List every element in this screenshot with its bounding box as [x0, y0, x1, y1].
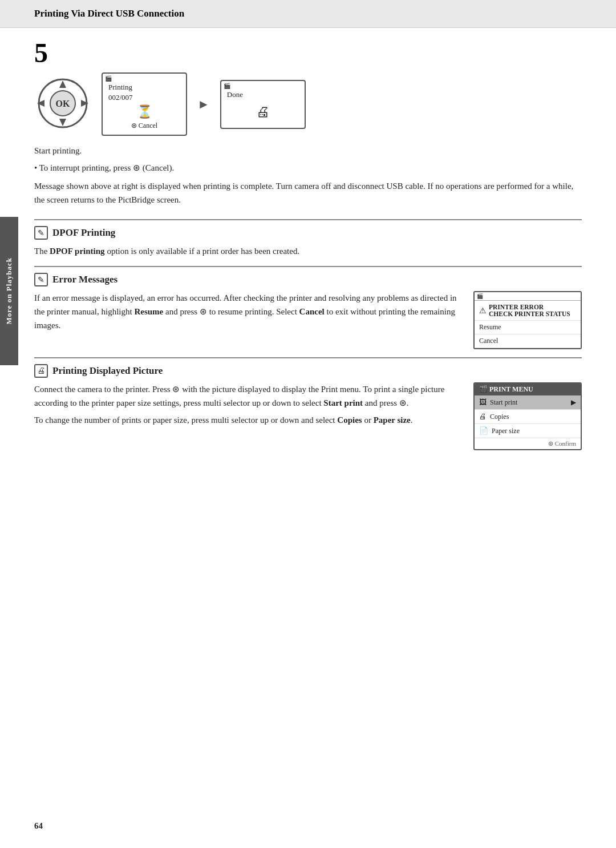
error-bold-resume: Resume [134, 307, 163, 316]
lcd1-printing-label: Printing [108, 83, 180, 92]
error-resume-item: Resume [475, 321, 581, 334]
error-divider [34, 266, 582, 267]
lcd2-content: Done 🖨 [227, 90, 299, 120]
svg-marker-3 [59, 80, 66, 88]
print-menu-screen: 🎬 PRINT MENU 🖼 Start print ▶ 🖨 Copies 📄 … [473, 382, 582, 450]
lcd2-done-label: Done [227, 90, 299, 99]
printing-title: Printing Displayed Picture [52, 365, 163, 377]
step-number: 5 [34, 39, 582, 67]
start-print-arrow: ▶ [571, 398, 576, 407]
top-section-title: Printing Via Direct USB Connection [34, 8, 184, 19]
dpof-section-header: ✎ DPOF Printing [34, 226, 582, 240]
print-menu-item-copies: 🖨 Copies [475, 410, 581, 424]
dpof-title: DPOF Printing [52, 227, 115, 239]
print-menu-item-start: 🖼 Start print ▶ [475, 395, 581, 410]
print-menu-confirm: ⊛ Confirm [475, 438, 581, 449]
top-section: Printing Via Direct USB Connection [0, 0, 616, 28]
step-instruction3: Message shown above at right is displaye… [34, 179, 582, 207]
print-menu-item-paper: 📄 Paper size [475, 424, 581, 438]
lcd1-cancel: ⊛ Cancel [108, 122, 180, 130]
printing-bold-copies: Copies [337, 415, 362, 425]
error-screen-corner: 🎬 [475, 292, 581, 301]
printing-text-col: Connect the camera to the printer. Press… [34, 382, 462, 430]
main-content: 5 OK 🎬 Printin [0, 28, 616, 462]
error-section-header: ✎ Error Messages [34, 273, 582, 286]
error-text-col: If an error message is displayed, an err… [34, 291, 462, 336]
step-instruction2: • To interrupt printing, press ⊛ (Cancel… [34, 161, 582, 175]
hourglass-icon: ⏳ [108, 104, 180, 119]
lcd1-content: Printing 002/007 ⏳ ⊛ Cancel [108, 83, 180, 130]
paper-icon: 📄 [479, 426, 488, 435]
copies-icon: 🖨 [479, 412, 487, 421]
print-menu-title: 🎬 PRINT MENU [475, 383, 581, 395]
print-menu-screen-col: 🎬 PRINT MENU 🖼 Start print ▶ 🖨 Copies 📄 … [473, 382, 582, 450]
error-title-text: PRINTER ERROR [489, 304, 570, 310]
dpof-icon: ✎ [34, 226, 48, 240]
error-bold-cancel: Cancel [299, 307, 325, 316]
error-body: If an error message is displayed, an err… [34, 291, 462, 332]
printing-divider [34, 357, 582, 358]
printing-body2: To change the number of prints or paper … [34, 413, 462, 427]
printing-bold-paper: Paper size [374, 415, 411, 425]
camera-ok-button: OK [34, 78, 91, 131]
lcd-screen-done: 🎬 Done 🖨 [220, 80, 306, 129]
error-icon: ✎ [34, 273, 48, 286]
lcd2-corner: 🎬 [224, 83, 230, 89]
printing-section-header: 🖨 Printing Displayed Picture [34, 364, 582, 378]
dpof-body: The DPOF printing option is only availab… [34, 244, 582, 258]
error-sub-text: CHECK PRINTER STATUS [489, 310, 570, 317]
error-section-content: If an error message is displayed, an err… [34, 291, 582, 349]
lcd1-corner: 🎬 [105, 75, 112, 82]
page-number: 64 [34, 821, 43, 831]
error-screen-col: 🎬 ⚠ PRINTER ERROR CHECK PRINTER STATUS R… [473, 291, 582, 349]
error-screen-error-text: PRINTER ERROR CHECK PRINTER STATUS [489, 304, 570, 317]
error-title: Error Messages [52, 274, 117, 285]
warning-icon: ⚠ [479, 306, 487, 316]
error-screen-error-row: ⚠ PRINTER ERROR CHECK PRINTER STATUS [475, 301, 581, 321]
lcd1-printing-count: 002/007 [108, 93, 180, 102]
printer-error-screen: 🎬 ⚠ PRINTER ERROR CHECK PRINTER STATUS R… [473, 291, 582, 349]
step-arrow: ► [197, 97, 210, 112]
svg-marker-4 [59, 119, 66, 126]
printing-bold-start: Start print [323, 398, 363, 407]
dpof-divider [34, 219, 582, 220]
step-instruction1: Start printing. [34, 144, 582, 158]
step-row: OK 🎬 Printing 002/007 ⏳ ⊛ Cancel ► [34, 72, 582, 136]
svg-text:OK: OK [56, 99, 70, 108]
printing-icon: 🖨 [34, 364, 48, 378]
printing-body1: Connect the camera to the printer. Press… [34, 382, 462, 410]
dpof-bold: DPOF printing [50, 247, 105, 256]
printer-done-icon: 🖨 [227, 104, 299, 120]
start-print-icon: 🖼 [479, 398, 487, 407]
printing-section-content: Connect the camera to the printer. Press… [34, 382, 582, 450]
side-tab: More on Playback [0, 217, 18, 365]
lcd-screen-printing: 🎬 Printing 002/007 ⏳ ⊛ Cancel [102, 72, 187, 136]
side-tab-label: More on Playback [5, 257, 14, 325]
error-cancel-item: Cancel [475, 334, 581, 348]
